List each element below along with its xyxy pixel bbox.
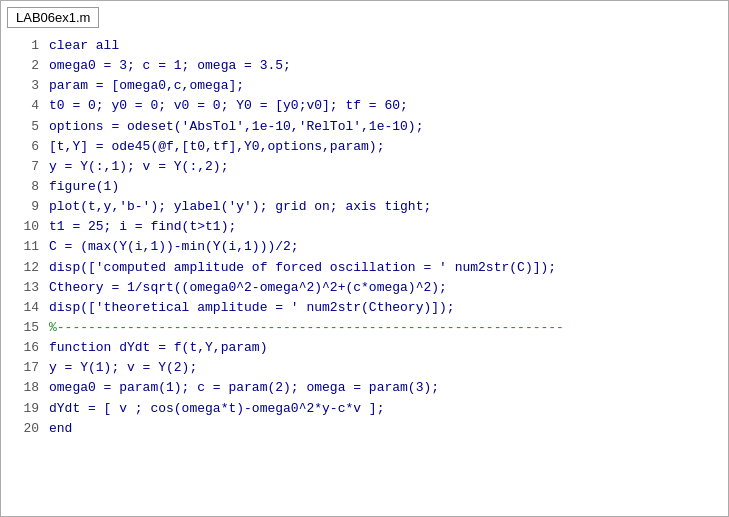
- line-number: 16: [17, 338, 39, 358]
- code-line: 19dYdt = [ v ; cos(omega*t)-omega0^2*y-c…: [17, 399, 712, 419]
- line-number: 5: [17, 117, 39, 137]
- code-line: 20end: [17, 419, 712, 439]
- line-number: 18: [17, 378, 39, 398]
- code-line: 5options = odeset('AbsTol',1e-10,'RelTol…: [17, 117, 712, 137]
- line-number: 1: [17, 36, 39, 56]
- line-content: t0 = 0; y0 = 0; v0 = 0; Y0 = [y0;v0]; tf…: [49, 96, 408, 116]
- line-content: disp(['theoretical amplitude = ' num2str…: [49, 298, 455, 318]
- line-number: 10: [17, 217, 39, 237]
- line-content: dYdt = [ v ; cos(omega*t)-omega0^2*y-c*v…: [49, 399, 384, 419]
- code-line: 8figure(1): [17, 177, 712, 197]
- code-area: 1clear all2omega0 = 3; c = 1; omega = 3.…: [1, 28, 728, 455]
- line-content: C = (max(Y(i,1))-min(Y(i,1)))/2;: [49, 237, 299, 257]
- line-number: 8: [17, 177, 39, 197]
- line-number: 9: [17, 197, 39, 217]
- code-line: 18omega0 = param(1); c = param(2); omega…: [17, 378, 712, 398]
- window-title: LAB06ex1.m: [16, 10, 90, 25]
- line-content: omega0 = param(1); c = param(2); omega =…: [49, 378, 439, 398]
- line-content: clear all: [49, 36, 119, 56]
- code-line: 11C = (max(Y(i,1))-min(Y(i,1)))/2;: [17, 237, 712, 257]
- line-content: plot(t,y,'b-'); ylabel('y'); grid on; ax…: [49, 197, 431, 217]
- line-number: 3: [17, 76, 39, 96]
- line-content: y = Y(:,1); v = Y(:,2);: [49, 157, 228, 177]
- code-line: 9plot(t,y,'b-'); ylabel('y'); grid on; a…: [17, 197, 712, 217]
- line-number: 13: [17, 278, 39, 298]
- line-number: 11: [17, 237, 39, 257]
- line-number: 14: [17, 298, 39, 318]
- line-content: omega0 = 3; c = 1; omega = 3.5;: [49, 56, 291, 76]
- line-number: 2: [17, 56, 39, 76]
- code-line: 14disp(['theoretical amplitude = ' num2s…: [17, 298, 712, 318]
- code-line: 4t0 = 0; y0 = 0; v0 = 0; Y0 = [y0;v0]; t…: [17, 96, 712, 116]
- line-content: t1 = 25; i = find(t>t1);: [49, 217, 236, 237]
- line-content: figure(1): [49, 177, 119, 197]
- line-content: disp(['computed amplitude of forced osci…: [49, 258, 556, 278]
- main-window: LAB06ex1.m 1clear all2omega0 = 3; c = 1;…: [0, 0, 729, 517]
- code-line: 15%-------------------------------------…: [17, 318, 712, 338]
- line-number: 20: [17, 419, 39, 439]
- line-content: %---------------------------------------…: [49, 318, 564, 338]
- line-number: 19: [17, 399, 39, 419]
- line-number: 12: [17, 258, 39, 278]
- line-content: [t,Y] = ode45(@f,[t0,tf],Y0,options,para…: [49, 137, 384, 157]
- line-content: end: [49, 419, 72, 439]
- line-content: param = [omega0,c,omega];: [49, 76, 244, 96]
- code-line: 3param = [omega0,c,omega];: [17, 76, 712, 96]
- line-number: 6: [17, 137, 39, 157]
- line-number: 15: [17, 318, 39, 338]
- code-line: 17y = Y(1); v = Y(2);: [17, 358, 712, 378]
- line-content: function dYdt = f(t,Y,param): [49, 338, 267, 358]
- line-number: 4: [17, 96, 39, 116]
- code-line: 2omega0 = 3; c = 1; omega = 3.5;: [17, 56, 712, 76]
- line-number: 17: [17, 358, 39, 378]
- line-content: options = odeset('AbsTol',1e-10,'RelTol'…: [49, 117, 423, 137]
- code-line: 16function dYdt = f(t,Y,param): [17, 338, 712, 358]
- title-bar: LAB06ex1.m: [7, 7, 99, 28]
- code-line: 10t1 = 25; i = find(t>t1);: [17, 217, 712, 237]
- line-content: Ctheory = 1/sqrt((omega0^2-omega^2)^2+(c…: [49, 278, 447, 298]
- code-line: 1clear all: [17, 36, 712, 56]
- code-line: 7y = Y(:,1); v = Y(:,2);: [17, 157, 712, 177]
- code-line: 13Ctheory = 1/sqrt((omega0^2-omega^2)^2+…: [17, 278, 712, 298]
- code-line: 12disp(['computed amplitude of forced os…: [17, 258, 712, 278]
- line-number: 7: [17, 157, 39, 177]
- code-line: 6[t,Y] = ode45(@f,[t0,tf],Y0,options,par…: [17, 137, 712, 157]
- line-content: y = Y(1); v = Y(2);: [49, 358, 197, 378]
